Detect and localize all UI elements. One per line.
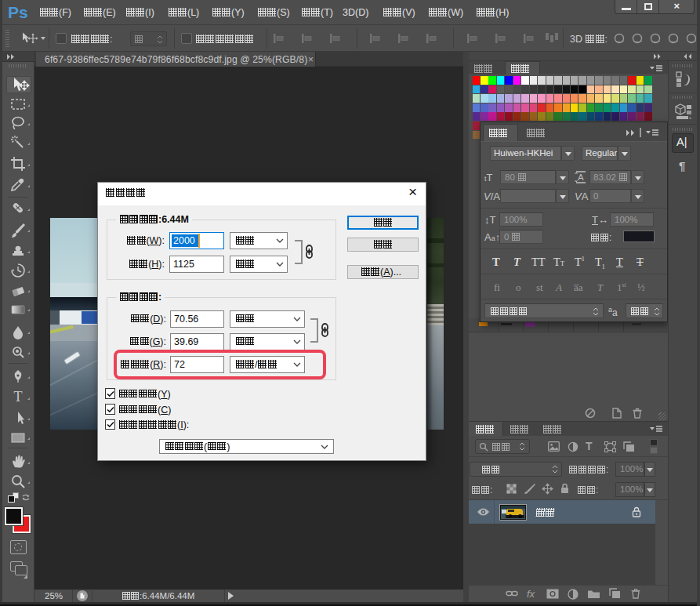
svg-text:T: T	[14, 389, 23, 405]
svg-text:A: A	[578, 172, 584, 182]
